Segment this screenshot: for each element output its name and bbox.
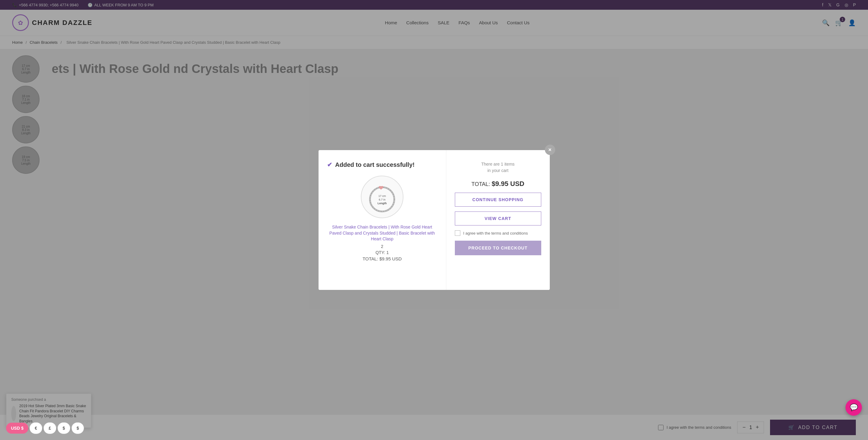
cart-summary-text: There are 1 items in your cart (481, 161, 515, 174)
modal-close-button[interactable]: × (545, 145, 555, 155)
product-image: 17 cm 6.7 in Length (361, 176, 403, 180)
success-message: Added to cart successfully! (335, 161, 415, 168)
modal-left-panel: ✔ Added to cart successfully! 17 cm 6. (318, 150, 446, 180)
modal-overlay: × ✔ Added to cart successfully! (0, 0, 868, 180)
success-header: ✔ Added to cart successfully! (327, 161, 415, 168)
checkmark-icon: ✔ (327, 161, 332, 168)
modal-right-panel: There are 1 items in your cart TOTAL: $9… (446, 150, 550, 180)
bracelet-illustration: 17 cm 6.7 in Length (364, 179, 400, 180)
add-to-cart-modal: × ✔ Added to cart successfully! (318, 150, 550, 180)
